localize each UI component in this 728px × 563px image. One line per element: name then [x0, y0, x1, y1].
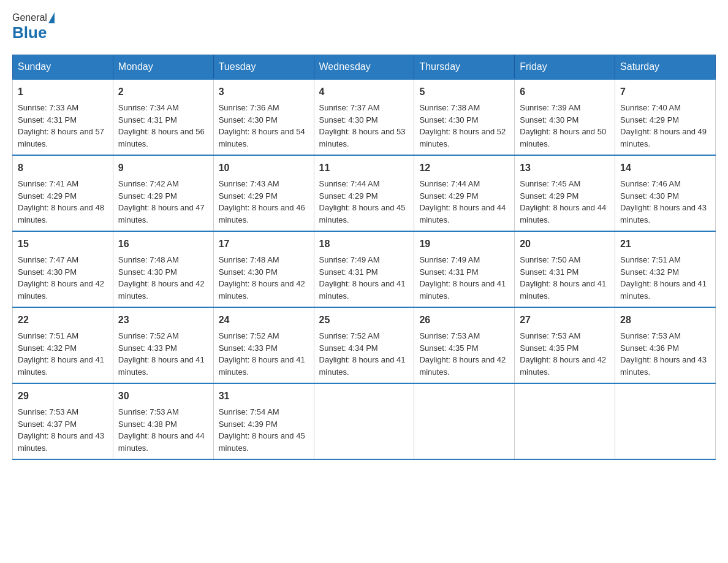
table-row: 28Sunrise: 7:53 AMSunset: 4:36 PMDayligh… — [615, 307, 716, 383]
sunset-text: Sunset: 4:30 PM — [419, 115, 478, 124]
sunrise-text: Sunrise: 7:33 AM — [18, 103, 78, 112]
day-number: 17 — [219, 237, 309, 251]
day-number: 2 — [118, 85, 208, 99]
sunset-text: Sunset: 4:32 PM — [18, 343, 77, 353]
sunset-text: Sunset: 4:29 PM — [319, 191, 378, 201]
day-number: 3 — [219, 85, 309, 99]
sunrise-text: Sunrise: 7:53 AM — [118, 407, 179, 416]
table-row — [414, 383, 515, 459]
sunset-text: Sunset: 4:30 PM — [18, 267, 77, 277]
sunset-text: Sunset: 4:30 PM — [219, 267, 278, 277]
day-number: 24 — [219, 313, 309, 327]
day-number: 11 — [319, 161, 409, 175]
day-number: 27 — [520, 313, 610, 327]
sunrise-text: Sunrise: 7:42 AM — [118, 179, 179, 188]
day-number: 7 — [620, 85, 710, 99]
daylight-text: Daylight: 8 hours and 41 minutes. — [319, 355, 406, 377]
calendar-week-row: 22Sunrise: 7:51 AMSunset: 4:32 PMDayligh… — [13, 307, 716, 383]
sunset-text: Sunset: 4:30 PM — [118, 267, 177, 277]
daylight-text: Daylight: 8 hours and 43 minutes. — [18, 431, 104, 453]
col-friday: Friday — [515, 55, 615, 80]
table-row: 10Sunrise: 7:43 AMSunset: 4:29 PMDayligh… — [213, 155, 314, 231]
calendar-week-row: 29Sunrise: 7:53 AMSunset: 4:37 PMDayligh… — [13, 383, 716, 459]
sunrise-text: Sunrise: 7:48 AM — [118, 255, 179, 264]
sunrise-text: Sunrise: 7:48 AM — [219, 255, 279, 264]
calendar-table: Sunday Monday Tuesday Wednesday Thursday… — [12, 55, 716, 460]
table-row: 20Sunrise: 7:50 AMSunset: 4:31 PMDayligh… — [515, 231, 615, 307]
table-row: 2Sunrise: 7:34 AMSunset: 4:31 PMDaylight… — [113, 79, 213, 155]
table-row: 6Sunrise: 7:39 AMSunset: 4:30 PMDaylight… — [515, 79, 615, 155]
daylight-text: Daylight: 8 hours and 42 minutes. — [520, 355, 606, 377]
calendar-week-row: 8Sunrise: 7:41 AMSunset: 4:29 PMDaylight… — [13, 155, 716, 231]
day-number: 29 — [18, 389, 108, 404]
sunrise-text: Sunrise: 7:40 AM — [620, 103, 681, 112]
table-row: 16Sunrise: 7:48 AMSunset: 4:30 PMDayligh… — [113, 231, 213, 307]
sunrise-text: Sunrise: 7:51 AM — [18, 331, 78, 340]
table-row — [615, 383, 716, 459]
day-number: 30 — [118, 389, 208, 404]
table-row: 1Sunrise: 7:33 AMSunset: 4:31 PMDaylight… — [13, 79, 113, 155]
sunset-text: Sunset: 4:30 PM — [520, 115, 578, 124]
day-number: 16 — [118, 237, 208, 251]
daylight-text: Daylight: 8 hours and 53 minutes. — [319, 127, 406, 148]
col-tuesday: Tuesday — [213, 55, 314, 80]
sunrise-text: Sunrise: 7:50 AM — [520, 255, 580, 264]
logo-blue-text: Blue — [12, 23, 47, 42]
daylight-text: Daylight: 8 hours and 42 minutes. — [118, 279, 205, 301]
sunset-text: Sunset: 4:29 PM — [118, 191, 177, 201]
day-number: 28 — [620, 313, 710, 327]
table-row: 17Sunrise: 7:48 AMSunset: 4:30 PMDayligh… — [213, 231, 314, 307]
day-number: 23 — [118, 313, 208, 327]
day-number: 9 — [118, 161, 208, 175]
sunrise-text: Sunrise: 7:53 AM — [18, 407, 78, 416]
sunset-text: Sunset: 4:37 PM — [18, 419, 77, 429]
table-row: 22Sunrise: 7:51 AMSunset: 4:32 PMDayligh… — [13, 307, 113, 383]
sunset-text: Sunset: 4:35 PM — [419, 343, 478, 353]
sunrise-text: Sunrise: 7:49 AM — [419, 255, 480, 264]
sunrise-text: Sunrise: 7:51 AM — [620, 255, 681, 264]
table-row: 9Sunrise: 7:42 AMSunset: 4:29 PMDaylight… — [113, 155, 213, 231]
daylight-text: Daylight: 8 hours and 47 minutes. — [118, 203, 205, 224]
daylight-text: Daylight: 8 hours and 49 minutes. — [620, 127, 707, 148]
logo-triangle-icon — [48, 12, 55, 23]
daylight-text: Daylight: 8 hours and 43 minutes. — [620, 203, 707, 224]
sunset-text: Sunset: 4:33 PM — [118, 343, 177, 353]
daylight-text: Daylight: 8 hours and 42 minutes. — [219, 279, 305, 301]
day-number: 19 — [419, 237, 509, 251]
sunset-text: Sunset: 4:38 PM — [118, 419, 177, 429]
sunset-text: Sunset: 4:29 PM — [520, 191, 578, 201]
sunset-text: Sunset: 4:30 PM — [219, 115, 278, 124]
day-number: 1 — [18, 85, 108, 99]
table-row — [515, 383, 615, 459]
daylight-text: Daylight: 8 hours and 41 minutes. — [620, 279, 707, 301]
col-saturday: Saturday — [615, 55, 716, 80]
sunrise-text: Sunrise: 7:39 AM — [520, 103, 580, 112]
sunrise-text: Sunrise: 7:36 AM — [219, 103, 279, 112]
daylight-text: Daylight: 8 hours and 48 minutes. — [18, 203, 104, 224]
sunrise-text: Sunrise: 7:38 AM — [419, 103, 480, 112]
daylight-text: Daylight: 8 hours and 42 minutes. — [419, 355, 506, 377]
table-row: 27Sunrise: 7:53 AMSunset: 4:35 PMDayligh… — [515, 307, 615, 383]
sunrise-text: Sunrise: 7:53 AM — [620, 331, 681, 340]
sunset-text: Sunset: 4:33 PM — [219, 343, 278, 353]
daylight-text: Daylight: 8 hours and 41 minutes. — [219, 355, 305, 377]
daylight-text: Daylight: 8 hours and 57 minutes. — [18, 127, 104, 148]
daylight-text: Daylight: 8 hours and 44 minutes. — [520, 203, 606, 224]
table-row: 25Sunrise: 7:52 AMSunset: 4:34 PMDayligh… — [314, 307, 414, 383]
sunrise-text: Sunrise: 7:44 AM — [419, 179, 480, 188]
table-row: 24Sunrise: 7:52 AMSunset: 4:33 PMDayligh… — [213, 307, 314, 383]
daylight-text: Daylight: 8 hours and 54 minutes. — [219, 127, 305, 148]
table-row: 18Sunrise: 7:49 AMSunset: 4:31 PMDayligh… — [314, 231, 414, 307]
sunrise-text: Sunrise: 7:45 AM — [520, 179, 580, 188]
sunrise-text: Sunrise: 7:53 AM — [520, 331, 580, 340]
table-row: 29Sunrise: 7:53 AMSunset: 4:37 PMDayligh… — [13, 383, 113, 459]
sunrise-text: Sunrise: 7:49 AM — [319, 255, 380, 264]
daylight-text: Daylight: 8 hours and 42 minutes. — [18, 279, 104, 301]
col-sunday: Sunday — [13, 55, 113, 80]
sunset-text: Sunset: 4:29 PM — [620, 115, 679, 124]
day-number: 25 — [319, 313, 409, 327]
day-number: 13 — [520, 161, 610, 175]
sunset-text: Sunset: 4:30 PM — [620, 191, 679, 201]
day-number: 12 — [419, 161, 509, 175]
page-header: General Blue — [12, 12, 716, 42]
